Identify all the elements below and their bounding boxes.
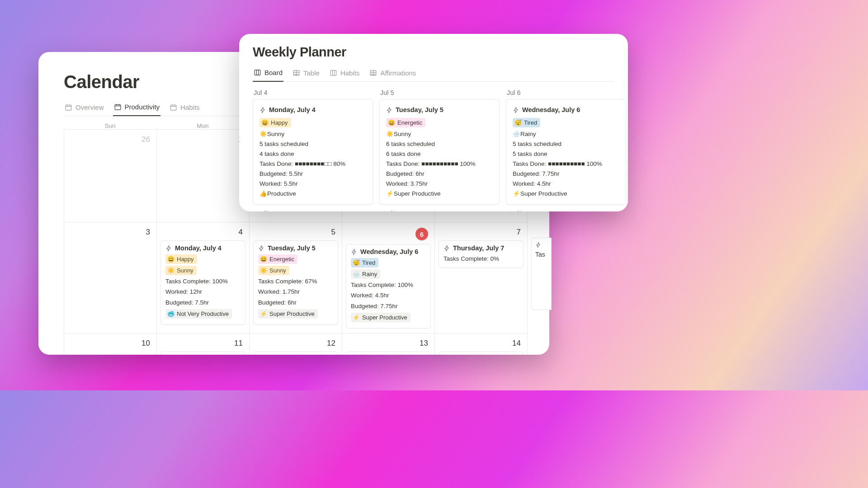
mood-chip: 😄Happy bbox=[165, 254, 197, 264]
productivity-label: Productive bbox=[267, 190, 296, 197]
new-card-button[interactable]: New bbox=[506, 209, 626, 212]
tasks-complete: Tasks Complete: 0% bbox=[443, 254, 519, 263]
budgeted: Budgeted: 5.5hr bbox=[259, 169, 366, 179]
tasks-complete-partial: Tas bbox=[535, 251, 551, 258]
day-entry-card[interactable]: Thursday, July 7 Tasks Complete: 0% bbox=[439, 240, 524, 268]
tab-productivity[interactable]: Productivity bbox=[113, 100, 161, 116]
planner-column: Jul 4 Monday, July 4 😄Happy ☀️Sunny 5 ta… bbox=[253, 87, 373, 211]
tab-table[interactable]: Table bbox=[292, 66, 321, 81]
tasks-done: 5 tasks done bbox=[513, 149, 619, 159]
calendar-cell[interactable]: 7 Thursday, July 7 Tasks Complete: 0% bbox=[435, 222, 528, 333]
bolt-icon bbox=[351, 249, 358, 255]
calendar-cell[interactable]: 10 bbox=[64, 333, 157, 355]
calendar-cell[interactable]: 2 bbox=[157, 130, 250, 222]
calendar-cell[interactable]: 5 Tuesday, July 5 😄Energetic ☀️Sunny Tas… bbox=[250, 222, 342, 333]
tab-label: Productivity bbox=[125, 103, 160, 111]
worked: Worked: 4.5hr bbox=[351, 291, 426, 300]
planner-card[interactable]: Tuesday, July 5 😄Energetic ☀️Sunny 6 tas… bbox=[379, 99, 500, 205]
planner-card[interactable]: Wednesday, July 6 😴Tired 🌧️Rainy 5 tasks… bbox=[506, 99, 626, 205]
bolt-icon bbox=[513, 107, 519, 113]
day-number: 11 bbox=[160, 337, 245, 349]
tasks-bar: Tasks Done: ■■■■■■■■■■ 100% bbox=[386, 159, 493, 169]
planner-column: Jul 6 Wednesday, July 6 😴Tired 🌧️Rainy 5… bbox=[506, 87, 626, 211]
planner-title: Weekly Planner bbox=[253, 45, 614, 60]
calendar-cell[interactable]: 14 Thursday, July 14 bbox=[435, 333, 528, 355]
day-entry-card[interactable]: Wednesday, July 6 😴Tired 🌧️Rainy Tasks C… bbox=[346, 244, 431, 328]
worked: Worked: 1.75hr bbox=[258, 287, 333, 296]
productivity-label: Super Productive bbox=[394, 190, 441, 197]
calendar-cell[interactable]: 3 bbox=[64, 222, 157, 333]
worked: Worked: 5.5hr bbox=[259, 179, 366, 189]
dow-mon: Mon bbox=[156, 122, 249, 129]
calendar-cell-partial[interactable]: Tas bbox=[531, 238, 552, 310]
day-entry-card[interactable]: Monday, July 11 bbox=[160, 352, 245, 355]
new-card-button[interactable]: New bbox=[379, 209, 500, 212]
tasks-bar: Tasks Done: ■■■■■■■■■■ 100% bbox=[513, 159, 619, 169]
budgeted: Budgeted: 6hr bbox=[258, 298, 333, 307]
productivity-chip: ⚡Super Productive bbox=[258, 309, 318, 319]
productivity-chip: 🥶Not Very Productive bbox=[165, 309, 232, 319]
day-number: 5 bbox=[253, 226, 338, 238]
bolt-icon bbox=[258, 245, 265, 252]
day-entry-card[interactable]: Monday, July 4 😄Happy ☀️Sunny Tasks Comp… bbox=[160, 240, 245, 325]
mood-chip: 😄Happy bbox=[259, 118, 291, 127]
today-badge: 6 bbox=[415, 228, 428, 240]
tab-label: Overview bbox=[75, 103, 104, 111]
day-number: 26 bbox=[68, 133, 153, 145]
calendar-cell[interactable]: 6 Wednesday, July 6 😴Tired 🌧️Rainy Tasks… bbox=[342, 222, 435, 333]
tab-overview[interactable]: Overview bbox=[64, 100, 105, 116]
calendar-cell[interactable]: 11 Monday, July 11 bbox=[157, 333, 250, 355]
plus-icon bbox=[255, 210, 261, 212]
mood-chip: 😴Tired bbox=[351, 258, 378, 267]
weather-chip: 🌧️Rainy bbox=[351, 269, 380, 279]
calendar-icon bbox=[170, 103, 177, 111]
tasks-done: 6 tasks done bbox=[386, 149, 493, 159]
planner-window: Weekly Planner Board Table Habits Affirm… bbox=[239, 34, 628, 211]
calendar-cell[interactable]: 26 bbox=[64, 130, 157, 222]
tab-label: Table bbox=[303, 69, 320, 77]
day-entry-card[interactable]: Tuesday, July 5 😄Energetic ☀️Sunny Tasks… bbox=[253, 240, 338, 325]
day-number: 13 bbox=[346, 337, 431, 349]
mood-chip: 😴Tired bbox=[513, 118, 540, 127]
mood-chip: 😄Energetic bbox=[386, 118, 425, 127]
day-number: 6 bbox=[346, 226, 431, 241]
weather-label: Rainy bbox=[520, 131, 536, 137]
planner-board: Jul 4 Monday, July 4 😄Happy ☀️Sunny 5 ta… bbox=[253, 87, 614, 211]
planner-tabs: Board Table Habits Affirmations bbox=[253, 66, 614, 82]
day-number: 14 bbox=[439, 337, 524, 349]
bolt-icon bbox=[535, 242, 542, 248]
calendar-cell[interactable]: 12 Tuesday, July 12 bbox=[250, 333, 342, 355]
tab-habits[interactable]: Habits bbox=[169, 100, 201, 116]
board-icon bbox=[254, 69, 261, 76]
tasks-complete: Tasks Complete: 100% bbox=[165, 277, 241, 286]
day-entry-card[interactable]: Tuesday, July 12 bbox=[253, 352, 338, 355]
day-number: 4 bbox=[160, 226, 245, 238]
tasks-scheduled: 5 tasks scheduled bbox=[259, 139, 366, 149]
calendar-cell[interactable]: 4 Monday, July 4 😄Happy ☀️Sunny Tasks Co… bbox=[157, 222, 250, 333]
new-card-button[interactable]: New bbox=[253, 209, 373, 212]
bolt-icon bbox=[386, 107, 393, 113]
productivity-chip: ⚡Super Productive bbox=[351, 313, 410, 322]
day-entry-card[interactable]: Thursday, July 14 bbox=[439, 352, 524, 355]
day-entry-card[interactable]: Wednesday, July 13 bbox=[346, 352, 431, 355]
worked: Worked: 4.5hr bbox=[513, 179, 619, 189]
tab-board[interactable]: Board bbox=[253, 66, 283, 82]
day-number: 3 bbox=[68, 226, 153, 238]
column-header: Jul 6 bbox=[506, 87, 626, 99]
budgeted: Budgeted: 7.75hr bbox=[351, 302, 426, 311]
worked: Worked: 3.75hr bbox=[386, 179, 493, 189]
tab-habits-planner[interactable]: Habits bbox=[329, 66, 361, 81]
tasks-complete: Tasks Complete: 100% bbox=[351, 281, 426, 290]
card-title: Wednesday, July 6 bbox=[522, 105, 580, 115]
planner-card[interactable]: Monday, July 4 😄Happy ☀️Sunny 5 tasks sc… bbox=[253, 99, 373, 205]
entry-title-text: Wednesday, July 6 bbox=[360, 248, 418, 255]
tasks-bar: Tasks Done: ■■■■■■■■□□ 80% bbox=[259, 159, 366, 169]
worked: Worked: 12hr bbox=[165, 287, 241, 296]
entry-title-text: Tuesday, July 5 bbox=[268, 244, 316, 252]
table-icon bbox=[292, 69, 300, 77]
tab-label: Affirmations bbox=[380, 69, 416, 77]
card-title: Tuesday, July 5 bbox=[396, 105, 443, 115]
tab-label: Board bbox=[264, 69, 283, 76]
calendar-cell[interactable]: 13 Wednesday, July 13 bbox=[342, 333, 435, 355]
tab-affirmations[interactable]: Affirmations bbox=[368, 66, 417, 81]
